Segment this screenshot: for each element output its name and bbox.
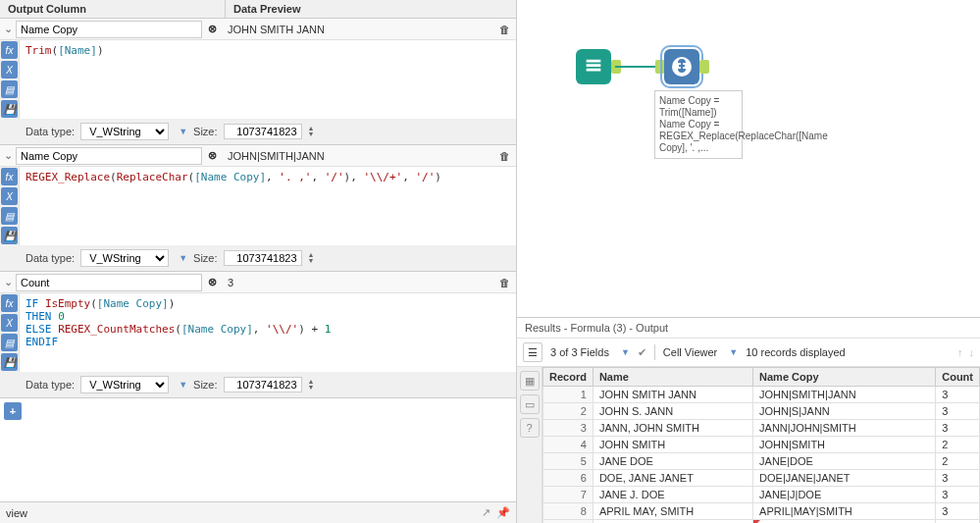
header-output-column: Output Column bbox=[0, 0, 226, 18]
count-cell: 2 bbox=[936, 437, 980, 453]
formula-output-anchor[interactable] bbox=[699, 60, 709, 74]
prev-page-icon[interactable]: ↑ bbox=[957, 346, 963, 358]
chevron-down-icon[interactable]: ▼ bbox=[729, 347, 738, 357]
table-row[interactable]: 1 JOHN SMITH JANN JOHN|SMITH|JANN 3 bbox=[543, 387, 980, 403]
collapse-toggle[interactable]: ⌄ bbox=[0, 149, 16, 162]
count-cell: 2 bbox=[936, 453, 980, 470]
record-cell: 6 bbox=[543, 470, 593, 487]
doc-button[interactable]: ▤ bbox=[1, 207, 18, 225]
name-copy-cell: JANN|JOHN|SMITH bbox=[753, 420, 936, 437]
tool-annotation[interactable]: Name Copy = Trim([Name]) Name Copy = REG… bbox=[654, 90, 743, 159]
collapse-toggle[interactable]: ⌄ bbox=[0, 23, 16, 35]
record-cell: 9 bbox=[543, 520, 593, 524]
table-row[interactable]: 9 JOANN TRANSPORTATION CANE JOANN|TRANSP… bbox=[543, 520, 980, 524]
table-row[interactable]: 6 DOE, JANE JANET DOE|JANE|JANET 3 bbox=[543, 470, 980, 487]
formula-tool-node[interactable] bbox=[664, 49, 699, 84]
preview-value: JOHN SMITH JANN bbox=[222, 22, 492, 37]
preview-value: JOHN|SMITH|JANN bbox=[222, 148, 492, 164]
size-spinner[interactable]: ▲▼ bbox=[308, 126, 315, 137]
table-row[interactable]: 2 JOHN S. JANN JOHN|S|JANN 3 bbox=[543, 403, 980, 420]
goto-icon[interactable]: ↗ bbox=[482, 506, 490, 519]
column-header[interactable]: Record bbox=[543, 368, 593, 387]
var-button[interactable]: X bbox=[1, 314, 18, 332]
formula-editor[interactable]: REGEX_Replace(ReplaceChar([Name Copy], '… bbox=[20, 167, 516, 245]
data-type-label: Data type: bbox=[26, 252, 75, 264]
column-header[interactable]: Name bbox=[593, 368, 752, 387]
results-table: RecordNameName CopyCount 1 JOHN SMITH JA… bbox=[542, 367, 980, 523]
record-cell: 7 bbox=[543, 487, 593, 503]
column-header[interactable]: Name Copy bbox=[753, 368, 936, 387]
name-copy-cell: JANE|DOE bbox=[753, 453, 936, 470]
workflow-canvas[interactable]: Name Copy = Trim([Name]) Name Copy = REG… bbox=[517, 0, 980, 317]
results-table-container[interactable]: RecordNameName CopyCount 1 JOHN SMITH JA… bbox=[542, 367, 980, 523]
var-button[interactable]: X bbox=[1, 187, 18, 205]
column-header[interactable]: Count bbox=[936, 368, 980, 387]
results-toolbar: ☰ 3 of 3 Fields▼ ✔ Cell Viewer▼ 10 recor… bbox=[517, 339, 980, 367]
count-cell: 3 bbox=[936, 503, 980, 520]
clear-icon[interactable]: ⊗ bbox=[202, 276, 222, 288]
clear-icon[interactable]: ⊗ bbox=[202, 149, 222, 162]
output-column-input[interactable] bbox=[16, 274, 202, 291]
input-tool-node[interactable] bbox=[576, 49, 611, 84]
table-row[interactable]: 8 APRIL MAY, SMITH APRIL|MAY|SMITH 3 bbox=[543, 503, 980, 520]
delete-icon[interactable]: 🗑 bbox=[492, 24, 516, 35]
grid-view-button[interactable]: ▦ bbox=[520, 371, 540, 391]
pin-icon[interactable]: 📌 bbox=[496, 506, 510, 519]
var-button[interactable]: X bbox=[1, 61, 18, 78]
records-displayed-label: 10 records displayed bbox=[746, 346, 846, 358]
add-formula-button[interactable]: + bbox=[4, 402, 22, 420]
next-page-icon[interactable]: ↓ bbox=[969, 346, 975, 358]
help-button[interactable]: ? bbox=[520, 418, 540, 438]
clear-icon[interactable]: ⊗ bbox=[202, 23, 222, 35]
formula-editor[interactable]: Trim([Name]) bbox=[20, 40, 516, 119]
save-button[interactable]: 💾 bbox=[1, 353, 18, 371]
name-cell: JOHN SMITH bbox=[593, 437, 752, 453]
data-view-button[interactable]: ▭ bbox=[520, 394, 540, 414]
table-row[interactable]: 5 JANE DOE JANE|DOE 2 bbox=[543, 453, 980, 470]
size-spinner[interactable]: ▲▼ bbox=[308, 379, 315, 391]
delete-icon[interactable]: 🗑 bbox=[492, 150, 516, 162]
doc-button[interactable]: ▤ bbox=[1, 80, 18, 98]
output-column-input[interactable] bbox=[16, 147, 202, 165]
record-cell: 8 bbox=[543, 503, 593, 520]
results-menu-button[interactable]: ☰ bbox=[523, 342, 542, 362]
record-cell: 2 bbox=[543, 403, 593, 420]
chevron-down-icon[interactable]: ▼ bbox=[621, 347, 630, 357]
results-title: Results - Formula (3) - Output bbox=[517, 318, 980, 339]
preview-label: view bbox=[6, 507, 27, 519]
size-label: Size: bbox=[193, 126, 217, 137]
output-column-input[interactable] bbox=[16, 21, 202, 38]
size-spinner[interactable]: ▲▼ bbox=[308, 252, 315, 264]
data-type-select[interactable]: V_WString bbox=[80, 376, 169, 393]
size-input[interactable] bbox=[224, 250, 302, 266]
chevron-down-icon[interactable]: ▼ bbox=[179, 127, 187, 136]
size-input[interactable] bbox=[224, 377, 302, 392]
chevron-down-icon[interactable]: ▼ bbox=[179, 253, 187, 263]
collapse-toggle[interactable]: ⌄ bbox=[0, 276, 16, 288]
name-copy-cell: DOE|JANE|JANET bbox=[753, 470, 936, 487]
doc-button[interactable]: ▤ bbox=[1, 334, 18, 351]
editor-toolbar: fx X ▤ 💾 bbox=[0, 40, 20, 119]
cell-viewer-label[interactable]: Cell Viewer bbox=[663, 346, 717, 358]
count-cell: 3 bbox=[936, 387, 980, 403]
chevron-down-icon[interactable]: ▼ bbox=[179, 380, 187, 390]
size-input[interactable] bbox=[224, 124, 302, 139]
fx-button[interactable]: fx bbox=[1, 41, 18, 59]
table-row[interactable]: 4 JOHN SMITH JOHN|SMITH 2 bbox=[543, 437, 980, 453]
table-row[interactable]: 3 JANN, JOHN SMITH JANN|JOHN|SMITH 3 bbox=[543, 420, 980, 437]
name-cell: JANE J. DOE bbox=[593, 487, 752, 503]
data-type-label: Data type: bbox=[26, 379, 75, 391]
save-button[interactable]: 💾 bbox=[1, 227, 18, 244]
fx-button[interactable]: fx bbox=[1, 168, 18, 185]
record-cell: 4 bbox=[543, 437, 593, 453]
fx-button[interactable]: fx bbox=[1, 294, 18, 312]
data-type-select[interactable]: V_WString bbox=[80, 123, 169, 140]
fields-count-label[interactable]: 3 of 3 Fields bbox=[550, 346, 609, 358]
name-cell: JOANN TRANSPORTATION CANE bbox=[593, 520, 752, 524]
delete-icon[interactable]: 🗑 bbox=[492, 277, 516, 288]
formula-editor[interactable]: IF IsEmpty([Name Copy]) THEN 0 ELSE REGE… bbox=[20, 293, 516, 372]
name-copy-cell: JOHN|SMITH bbox=[753, 437, 936, 453]
data-type-select[interactable]: V_WString bbox=[80, 249, 169, 267]
table-row[interactable]: 7 JANE J. DOE JANE|J|DOE 3 bbox=[543, 487, 980, 503]
save-button[interactable]: 💾 bbox=[1, 100, 18, 118]
